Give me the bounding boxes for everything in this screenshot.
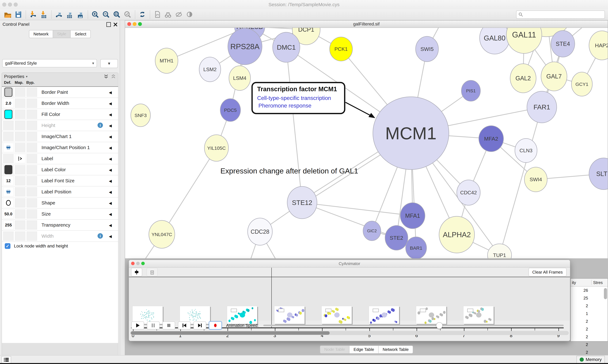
def-cell[interactable]: [3, 232, 14, 241]
table-column-header[interactable]: ity: [572, 280, 576, 285]
save-session-button[interactable]: [14, 10, 23, 19]
property-row-size[interactable]: 50.0Size◀: [2, 208, 118, 220]
byp-cell[interactable]: [27, 88, 37, 97]
binoculars-button[interactable]: [164, 10, 173, 19]
search-field[interactable]: [523, 12, 605, 17]
byp-cell[interactable]: [27, 110, 37, 119]
expand-row-icon[interactable]: ◀: [109, 157, 112, 161]
tab-node-table[interactable]: Node Table: [320, 346, 349, 353]
byp-cell[interactable]: [27, 154, 37, 163]
import-network-button[interactable]: [29, 10, 38, 19]
zoom-in-button[interactable]: [91, 10, 100, 19]
tab-style[interactable]: Style: [53, 30, 70, 38]
expand-row-icon[interactable]: ◀: [109, 112, 112, 117]
def-cell[interactable]: [3, 132, 14, 141]
skip-end-button[interactable]: [193, 322, 206, 329]
animation-speed-slider[interactable]: [263, 325, 564, 326]
stop-button[interactable]: [163, 322, 175, 329]
float-panel-icon[interactable]: [106, 22, 111, 27]
def-cell[interactable]: [3, 88, 14, 97]
byp-cell[interactable]: [27, 165, 37, 174]
def-cell[interactable]: 12: [3, 176, 14, 185]
property-row-transparency[interactable]: 255Transparency◀: [2, 220, 118, 231]
expand-row-icon[interactable]: ◀: [109, 223, 112, 228]
map-cell[interactable]: [15, 221, 25, 230]
pause-button[interactable]: [147, 322, 160, 329]
timeline-playhead[interactable]: [271, 268, 272, 328]
byp-cell[interactable]: [27, 209, 37, 219]
property-row-width[interactable]: Widthi◀: [2, 231, 118, 242]
property-row-border-width[interactable]: 2.0Border Width◀: [2, 98, 118, 109]
zoom-out-button[interactable]: [101, 10, 111, 19]
style-selector[interactable]: galFiltered Style ▾: [2, 59, 97, 67]
zoom-fit-button[interactable]: [112, 10, 122, 19]
delete-frame-button[interactable]: [147, 268, 158, 276]
table-column-header[interactable]: Stres: [593, 280, 603, 285]
memory-button[interactable]: Memory: [577, 356, 605, 363]
property-row-image-chart-1[interactable]: Image/Chart 1◀: [2, 131, 118, 142]
dev-panel-button[interactable]: [1, 356, 11, 363]
collapse-all-icon[interactable]: [111, 74, 116, 79]
expand-row-icon[interactable]: ◀: [109, 135, 112, 139]
property-row-image-chart-position-1[interactable]: Image/Chart Position 1◀: [2, 142, 118, 153]
map-cell[interactable]: [15, 88, 25, 97]
map-cell[interactable]: [15, 198, 25, 208]
record-button[interactable]: [209, 322, 222, 329]
def-cell[interactable]: [3, 165, 14, 174]
byp-cell[interactable]: [27, 176, 37, 185]
expand-row-icon[interactable]: ◀: [109, 190, 112, 194]
byp-cell[interactable]: [27, 232, 37, 241]
property-row-shape[interactable]: Shape◀: [2, 197, 118, 208]
expand-row-icon[interactable]: ◀: [109, 201, 112, 205]
byp-cell[interactable]: [27, 132, 37, 141]
slider-thumb[interactable]: [436, 322, 443, 329]
def-cell[interactable]: 255: [3, 221, 14, 230]
map-cell[interactable]: [15, 187, 25, 196]
hide-selected-button[interactable]: [174, 10, 183, 19]
annotation-link[interactable]: Cell-type-specific transcription: [257, 95, 331, 101]
byp-cell[interactable]: [27, 143, 37, 152]
map-cell[interactable]: [15, 110, 25, 119]
style-options-button[interactable]: ▼: [100, 59, 118, 68]
expand-row-icon[interactable]: ◀: [109, 168, 112, 172]
property-row-fill-color[interactable]: Fill Color◀: [2, 109, 118, 120]
expand-row-icon[interactable]: ◀: [109, 234, 112, 239]
map-cell[interactable]: [15, 209, 25, 219]
map-cell[interactable]: [15, 232, 25, 241]
property-row-label[interactable]: Label◀: [2, 153, 118, 164]
map-cell[interactable]: [15, 121, 25, 130]
open-session-button[interactable]: [3, 10, 12, 19]
expand-row-icon[interactable]: ◀: [109, 179, 112, 183]
def-cell[interactable]: [3, 154, 14, 163]
table-scrollbar[interactable]: [604, 288, 607, 299]
map-cell[interactable]: [15, 176, 25, 185]
add-frame-button[interactable]: [131, 268, 142, 276]
expand-row-icon[interactable]: ◀: [109, 101, 112, 106]
map-cell[interactable]: [15, 165, 25, 174]
annotation-link[interactable]: Pheromone response: [258, 103, 311, 109]
def-cell[interactable]: 2.0: [3, 99, 14, 108]
byp-cell[interactable]: [27, 187, 37, 196]
zoom-selected-button[interactable]: [123, 10, 132, 19]
properties-header[interactable]: Properties: [4, 74, 24, 79]
def-cell[interactable]: [3, 143, 14, 152]
def-cell[interactable]: [3, 187, 14, 196]
tab-select[interactable]: Select: [70, 30, 91, 38]
expand-row-icon[interactable]: ◀: [109, 146, 112, 150]
expand-row-icon[interactable]: ◀: [109, 90, 112, 95]
property-row-label-position[interactable]: Label Position◀: [2, 186, 118, 197]
map-cell[interactable]: [15, 154, 25, 163]
expand-all-icon[interactable]: [104, 74, 109, 79]
expand-row-icon[interactable]: ◀: [109, 212, 112, 217]
show-all-button[interactable]: [185, 10, 194, 19]
property-row-label-font-size[interactable]: 12Label Font Size◀: [2, 175, 118, 186]
export-network-button[interactable]: [54, 10, 64, 19]
info-icon[interactable]: i: [97, 123, 103, 128]
def-cell[interactable]: 50.0: [3, 209, 14, 219]
byp-cell[interactable]: [27, 198, 37, 208]
refresh-network-button[interactable]: [138, 10, 147, 19]
import-table-button[interactable]: [40, 10, 49, 19]
map-cell[interactable]: [15, 132, 25, 141]
tab-network[interactable]: Network: [29, 30, 53, 38]
byp-cell[interactable]: [27, 221, 37, 230]
